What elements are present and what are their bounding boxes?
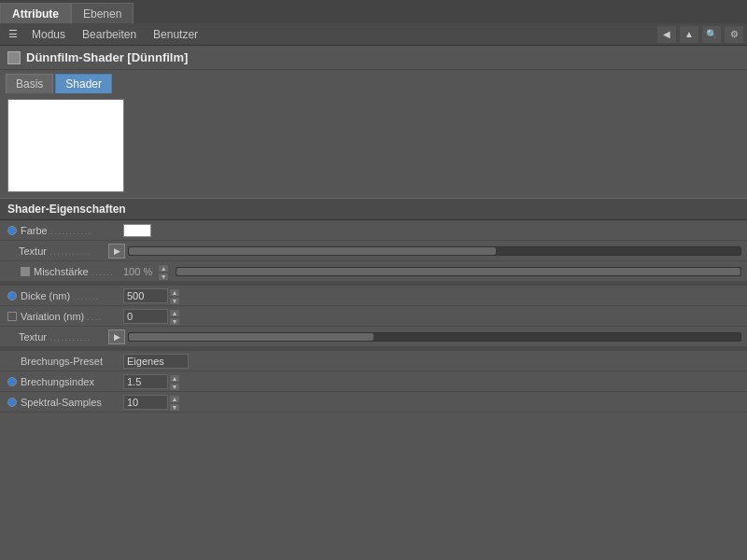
mischstaerke-checkbox: [21, 267, 30, 276]
tab-bar: Attribute Ebenen: [0, 0, 747, 23]
dicke-spin-up[interactable]: ▲: [169, 288, 180, 297]
farbe-radio: [7, 226, 17, 235]
mischstaerke-slider[interactable]: [176, 267, 741, 276]
dicke-value: 500 ▲ ▼: [123, 288, 741, 303]
mischstaerke-spin-up[interactable]: ▲: [158, 264, 169, 273]
spektral-spin-wrap: 10 ▲ ▼: [123, 395, 180, 410]
menu-item-benutzer[interactable]: Benutzer: [146, 26, 205, 43]
textur2-row: Textur ........... ▶: [0, 327, 747, 347]
dicke-row: Dicke (nm) ....... 500 ▲ ▼: [0, 286, 747, 306]
textur2-value: ▶: [108, 329, 741, 344]
spektral-spin-arrows: ▲ ▼: [169, 395, 180, 410]
spektral-enable[interactable]: [6, 396, 19, 409]
mischstaerke-spin: ▲ ▼: [157, 264, 169, 279]
shader-icon: [7, 51, 21, 64]
preset-dropdown[interactable]: Eigenes: [123, 354, 189, 369]
tab-basis[interactable]: Basis: [6, 74, 53, 93]
dicke-spin-down[interactable]: ▼: [169, 297, 180, 305]
menu-item-modus[interactable]: Modus: [24, 26, 73, 43]
dicke-radio: [7, 291, 17, 301]
brechungsindex-spin-arrows: ▲ ▼: [169, 374, 180, 389]
menu-items: ☰ Modus Bearbeiten Benutzer: [4, 25, 205, 44]
brechungsindex-row: Brechungsindex 1.5 ▲ ▼: [0, 371, 747, 392]
tab-ebenen[interactable]: Ebenen: [71, 3, 134, 23]
properties-panel: Farbe ........... Textur ........... ▶ M…: [0, 220, 747, 413]
spektral-input[interactable]: 10: [123, 395, 168, 410]
farbe-row: Farbe ...........: [0, 220, 747, 241]
mischstaerke-percent: 100 %: [123, 266, 152, 277]
variation-enable[interactable]: [6, 310, 19, 323]
title-bar: Dünnfilm-Shader [Dünnfilm]: [0, 46, 747, 70]
textur1-slider[interactable]: [128, 246, 741, 256]
brechungsindex-label: Brechungsindex: [21, 376, 123, 387]
textur2-button[interactable]: ▶: [108, 329, 125, 344]
mischstaerke-label: Mischstärke ......: [34, 266, 123, 277]
spektral-label: Spektral-Samples: [21, 397, 123, 408]
farbe-enable[interactable]: [6, 224, 19, 237]
variation-spin-wrap: 0 ▲ ▼: [123, 309, 180, 324]
brechungsindex-value: 1.5 ▲ ▼: [123, 374, 741, 389]
dicke-spin-arrows: ▲ ▼: [169, 288, 180, 303]
dicke-enable[interactable]: [6, 289, 19, 302]
dicke-input[interactable]: 500: [123, 288, 168, 303]
variation-spin-up[interactable]: ▲: [169, 309, 180, 317]
section-header: Shader-Eigenschaften: [0, 198, 747, 220]
up-icon[interactable]: ▲: [680, 26, 698, 43]
back-icon[interactable]: ◀: [657, 26, 676, 43]
variation-label: Variation (nm) ....: [21, 311, 123, 322]
gear-icon[interactable]: ⚙: [725, 26, 743, 43]
variation-input[interactable]: 0: [123, 309, 168, 324]
hamburger-icon[interactable]: ☰: [4, 25, 22, 44]
spektral-radio: [7, 398, 17, 407]
preset-enable: [6, 355, 19, 368]
textur2-label: Textur ...........: [19, 331, 108, 343]
variation-spin-down[interactable]: ▼: [169, 317, 180, 326]
brechungsindex-spin-down[interactable]: ▼: [169, 383, 180, 391]
farbe-color-swatch[interactable]: [123, 224, 151, 237]
textur1-button[interactable]: ▶: [108, 244, 125, 259]
preview-box: [7, 99, 124, 192]
brechungsindex-radio: [7, 377, 17, 386]
brechungs-preset-row: Brechungs-Preset Eigenes: [0, 351, 747, 371]
dicke-label: Dicke (nm) .......: [21, 290, 123, 301]
mischstaerke-spin-down[interactable]: ▼: [158, 273, 169, 281]
search-icon[interactable]: 🔍: [702, 26, 721, 43]
tab-attribute[interactable]: Attribute: [0, 3, 71, 23]
tab-shader[interactable]: Shader: [55, 74, 112, 93]
textur1-label: Textur ...........: [19, 245, 108, 257]
menu-right-icons: ◀ ▲ 🔍 ⚙: [657, 26, 743, 43]
spektral-spin-down[interactable]: ▼: [169, 403, 180, 412]
farbe-value: [123, 224, 741, 237]
variation-value: 0 ▲ ▼: [123, 309, 741, 324]
sub-tabs: Basis Shader: [0, 70, 747, 93]
mischstaerke-value: 100 % ▲ ▼: [123, 264, 741, 279]
variation-row: Variation (nm) .... 0 ▲ ▼: [0, 306, 747, 327]
preset-value: Eigenes: [123, 354, 741, 369]
menu-bar: ☰ Modus Bearbeiten Benutzer ◀ ▲ 🔍 ⚙: [0, 23, 747, 46]
spektral-samples-row: Spektral-Samples 10 ▲ ▼: [0, 392, 747, 413]
mischstaerke-check[interactable]: [19, 265, 32, 278]
mischstaerke-row: Mischstärke ...... 100 % ▲ ▼: [0, 261, 747, 282]
textur2-slider[interactable]: [128, 332, 741, 342]
brechungsindex-input[interactable]: 1.5: [123, 374, 168, 389]
brechungsindex-spin-up[interactable]: ▲: [169, 374, 180, 383]
textur1-row: Textur ........... ▶: [0, 241, 747, 261]
textur1-value: ▶: [108, 244, 741, 259]
variation-checkbox: [7, 312, 17, 321]
mischstaerke-spin-arrows: ▲ ▼: [158, 264, 169, 279]
preview-area: [0, 93, 747, 198]
dicke-spin-wrap: 500 ▲ ▼: [123, 288, 180, 303]
spektral-spin-up[interactable]: ▲: [169, 395, 180, 403]
spektral-value: 10 ▲ ▼: [123, 395, 741, 410]
farbe-label: Farbe ...........: [21, 225, 123, 236]
brechungsindex-spin-wrap: 1.5 ▲ ▼: [123, 374, 180, 389]
menu-item-bearbeiten[interactable]: Bearbeiten: [75, 26, 144, 43]
preset-label: Brechungs-Preset: [21, 356, 123, 367]
brechungsindex-enable[interactable]: [6, 375, 19, 388]
page-title: Dünnfilm-Shader [Dünnfilm]: [26, 50, 188, 64]
variation-spin-arrows: ▲ ▼: [169, 309, 180, 324]
